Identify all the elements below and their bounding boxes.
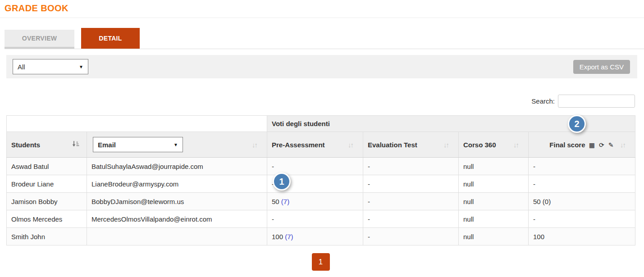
final-score-cell: - (529, 175, 635, 193)
email-cell: MercedesOlmosVillalpando@einrot.com (87, 210, 267, 228)
corso-360-cell: null (459, 228, 529, 245)
tab-bar: OVERVIEW DETAIL (5, 29, 644, 49)
final-score-cell: 100 (529, 228, 635, 245)
final-score-cell: - (529, 158, 635, 175)
evaluation-test-cell: - (363, 210, 459, 228)
page-1-button[interactable]: 1 (312, 253, 330, 271)
student-name-cell: Jamison Bobby (7, 193, 87, 210)
annotation-badge-1: 1 (273, 173, 291, 191)
student-name-cell: Smith John (7, 228, 87, 245)
refresh-icon[interactable]: ⟳ (599, 141, 605, 149)
sort-icon[interactable]: ↓↑ (443, 141, 448, 149)
email-cell: LianeBrodeur@armyspy.com (87, 175, 267, 193)
corso-360-cell: null (459, 193, 529, 210)
email-column-select[interactable]: Email ▼ (93, 137, 183, 152)
table-row: Brodeur Liane LianeBrodeur@armyspy.com -… (7, 175, 635, 193)
pre-assessment-cell: 100 (7) (267, 228, 363, 245)
tab-detail[interactable]: DETAIL (81, 28, 140, 49)
pagination: 1 (0, 253, 641, 271)
evaluation-test-cell: - (363, 158, 459, 175)
group-header-row: Voti degli studenti (7, 116, 635, 132)
column-header-students[interactable]: Students (7, 132, 87, 158)
toolbar: All ▼ Export as CSV (6, 55, 637, 78)
sort-icon[interactable]: ↓↑ (348, 141, 353, 149)
column-header-final-score[interactable]: Final score ▦ ⟳ ✎ ↓↑ (529, 132, 635, 158)
sort-icon[interactable]: ↓↑ (620, 141, 625, 149)
sort-icon[interactable]: ↓↑ (513, 141, 518, 149)
evaluation-test-cell: - (363, 193, 459, 210)
page-title: GRADE BOOK (5, 3, 644, 14)
student-name-cell: Aswad Batul (7, 158, 87, 175)
column-header-pre-assessment[interactable]: Pre-Assessment ↓↑ (267, 132, 363, 158)
tab-overview[interactable]: OVERVIEW (5, 30, 74, 49)
email-cell: BobbyDJamison@teleworm.us (87, 193, 267, 210)
column-header-corso-360[interactable]: Corso 360 ↓↑ (459, 132, 529, 158)
corso-360-cell: null (459, 158, 529, 175)
group-header-empty-cell (7, 116, 267, 132)
pre-assessment-cell: - (267, 210, 363, 228)
corso-360-cell: null (459, 210, 529, 228)
filter-selected-value: All (18, 63, 25, 71)
attempts-link[interactable]: (7) (285, 233, 293, 241)
annotation-badge-2: 2 (568, 115, 586, 133)
email-select-value: Email (98, 141, 116, 149)
column-header-email: Email ▼ ↓↑ (87, 132, 267, 158)
calculator-icon[interactable]: ▦ (589, 141, 595, 149)
table-row: Olmos Mercedes MercedesOlmosVillalpando@… (7, 210, 635, 228)
export-csv-button[interactable]: Export as CSV (573, 60, 630, 74)
sort-amount-icon[interactable] (72, 141, 79, 149)
column-header-row: Students Email ▼ (7, 132, 635, 158)
sort-icon[interactable]: ↓↑ (252, 141, 257, 149)
email-cell: BatulSuhaylaAswad@jourrapide.com (87, 158, 267, 175)
search-row: Search: (0, 95, 635, 108)
gradebook-table: Voti degli studenti Students (6, 115, 635, 245)
title-divider (0, 18, 644, 18)
attempts-link[interactable]: (7) (281, 198, 289, 205)
evaluation-test-cell: - (363, 228, 459, 245)
gradebook-page: GRADE BOOK OVERVIEW DETAIL All ▼ Export … (0, 0, 644, 277)
chevron-down-icon: ▼ (174, 142, 178, 147)
filter-select[interactable]: All ▼ (13, 59, 88, 74)
edit-icon[interactable]: ✎ (608, 141, 614, 149)
evaluation-test-cell: - (363, 175, 459, 193)
chevron-down-icon: ▼ (79, 64, 83, 69)
table-row: Smith John 100 (7) - null 100 (7, 228, 635, 245)
student-name-cell: Olmos Mercedes (7, 210, 87, 228)
column-header-evaluation-test[interactable]: Evaluation Test ↓↑ (363, 132, 459, 158)
search-input[interactable] (558, 95, 635, 108)
table-row: Jamison Bobby BobbyDJamison@teleworm.us … (7, 193, 635, 210)
email-cell (87, 228, 267, 245)
student-name-cell: Brodeur Liane (7, 175, 87, 193)
final-score-cell: - (529, 210, 635, 228)
pre-assessment-cell: 50 (7) (267, 193, 363, 210)
table-row: Aswad Batul BatulSuhaylaAswad@jourrapide… (7, 158, 635, 175)
corso-360-cell: null (459, 175, 529, 193)
final-score-cell: 50 (0) (529, 193, 635, 210)
search-label: Search: (531, 97, 555, 105)
